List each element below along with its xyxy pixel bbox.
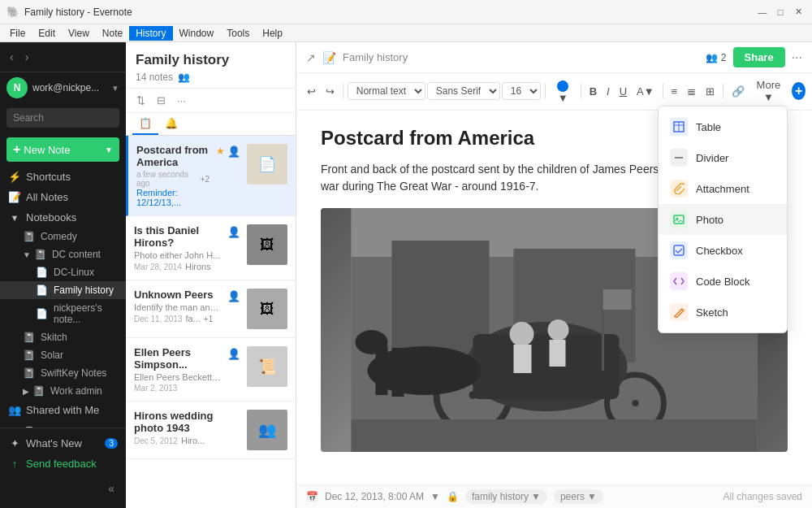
toolbar-sep-3 xyxy=(581,84,581,98)
sidebar-item-solar-label: Solar xyxy=(41,350,63,361)
note-list: Family history 14 notes 👥 ⇅ ⊟ ··· 📋 🔔 Po… xyxy=(126,42,296,508)
italic-button[interactable]: I xyxy=(603,83,614,100)
star-icon: ★ xyxy=(216,145,225,157)
bold-button[interactable]: B xyxy=(585,83,601,100)
note-item-4-content: Ellen Peers Simpson... Ellen Peers Becke… xyxy=(134,346,221,393)
ordered-list-button[interactable]: ≣ xyxy=(683,83,700,100)
footer-lock-icon[interactable]: 🔒 xyxy=(447,491,459,502)
note-items: Postcard from America a few seconds ago … xyxy=(126,136,296,508)
share-button[interactable]: Share xyxy=(733,47,785,67)
note-item-3-preview: Identify the man and girl in this pictur… xyxy=(134,302,221,312)
sidebar-item-shortcuts[interactable]: ⚡ Shortcuts xyxy=(0,167,126,187)
note-item-3-person-icon: 👤 xyxy=(227,290,240,302)
sort-button[interactable]: ⇅ xyxy=(132,92,149,109)
menu-window[interactable]: Window xyxy=(173,26,221,41)
note-item-2[interactable]: Is this Daniel Hirons? Photo either John… xyxy=(126,216,296,280)
sidebar-item-solar[interactable]: 📓 Solar xyxy=(0,346,126,364)
footer-tag-2[interactable]: peers ▼ xyxy=(554,489,603,504)
notebooks-section-header[interactable]: ▼ Notebooks xyxy=(0,207,126,228)
color-picker-button[interactable]: ▼ xyxy=(550,76,577,106)
insert-plus-button[interactable]: + xyxy=(792,82,806,100)
account-row[interactable]: N work@nickpe... ▼ xyxy=(0,72,126,103)
menu-help[interactable]: Help xyxy=(256,26,289,41)
filter-button[interactable]: ⊟ xyxy=(153,92,170,109)
avatar: N xyxy=(6,77,28,98)
sidebar-item-comedy[interactable]: 📓 Comedy xyxy=(0,228,126,245)
note-item-1[interactable]: Postcard from America a few seconds ago … xyxy=(126,136,296,216)
sidebar-nav-top: ‹ › xyxy=(0,42,126,72)
sidebar-item-family-history[interactable]: 📄 Family history xyxy=(0,281,126,299)
note-item-3[interactable]: Unknown Peers Identify the man and girl … xyxy=(126,280,296,338)
minimize-button[interactable]: — xyxy=(755,5,770,20)
underline-button[interactable]: U xyxy=(615,83,631,100)
main-layout: ‹ › N work@nickpe... ▼ + New Note ▼ ⚡ Sh… xyxy=(0,42,812,508)
dropdown-item-checkbox[interactable]: Checkbox xyxy=(659,235,787,266)
footer-tag-1[interactable]: family history ▼ xyxy=(465,489,547,504)
editor-more-button[interactable]: ··· xyxy=(792,50,802,65)
sidebar-item-whats-new[interactable]: ✦ What's New 3 xyxy=(0,433,126,454)
sidebar-item-shared[interactable]: 👥 Shared with Me xyxy=(0,400,126,420)
sidebar-item-skitch[interactable]: 📓 Skitch xyxy=(0,328,126,346)
svg-rect-28 xyxy=(674,245,684,255)
svg-point-8 xyxy=(633,400,639,406)
menu-file[interactable]: File xyxy=(3,26,32,41)
tab-notes[interactable]: 📋 xyxy=(132,113,158,135)
more-options-button[interactable]: ··· xyxy=(173,92,190,109)
redo-button[interactable]: ↪ xyxy=(322,83,339,100)
forward-arrow[interactable]: › xyxy=(22,49,32,65)
sidebar-item-send-feedback[interactable]: ↑ Send feedback xyxy=(0,454,126,474)
sidebar-item-all-notes[interactable]: 📝 All Notes xyxy=(0,187,126,207)
menu-edit[interactable]: Edit xyxy=(32,26,62,41)
search-input[interactable] xyxy=(6,108,119,128)
font-size-dropdown[interactable]: 16 xyxy=(502,82,541,100)
sidebar-item-nickpeers[interactable]: 📄 nickpeers's note... xyxy=(0,299,126,328)
sidebar-item-work-admin[interactable]: ▶ 📓 Work admin xyxy=(0,382,126,400)
unordered-list-button[interactable]: ≡ xyxy=(667,83,681,100)
highlight-button[interactable]: A▼ xyxy=(633,83,659,100)
svg-rect-20 xyxy=(603,289,632,310)
dropdown-item-divider[interactable]: Divider xyxy=(659,142,787,173)
dropdown-item-sketch-label: Sketch xyxy=(696,306,728,319)
notebooks-expand-icon: ▼ xyxy=(8,213,21,223)
font-dropdown[interactable]: Sans Serif xyxy=(427,82,500,100)
note-item-4[interactable]: Ellen Peers Simpson... Ellen Peers Becke… xyxy=(126,338,296,402)
all-notes-icon: 📝 xyxy=(8,191,21,203)
menu-view[interactable]: View xyxy=(62,26,96,41)
maximize-button[interactable]: □ xyxy=(773,5,788,20)
undo-button[interactable]: ↩ xyxy=(303,83,320,100)
sidebar-item-tags[interactable]: 🏷 Tags xyxy=(0,420,126,428)
menu-tools[interactable]: Tools xyxy=(220,26,256,41)
footer-tag-1-label: family history xyxy=(472,491,529,502)
dropdown-item-divider-label: Divider xyxy=(696,152,728,164)
footer-date[interactable]: Dec 12, 2013, 8:00 AM xyxy=(325,491,424,502)
link-button[interactable]: 🔗 xyxy=(728,83,749,100)
code-block-icon xyxy=(670,272,688,290)
editor-note-icon: 📝 xyxy=(322,51,336,64)
note-item-5[interactable]: Hirons wedding photo 1943 Dec 5, 2012 Hi… xyxy=(126,402,296,459)
dropdown-item-photo[interactable]: Photo xyxy=(659,204,787,235)
collapse-sidebar-button[interactable]: « xyxy=(103,480,119,497)
dropdown-item-table[interactable]: Table xyxy=(659,111,787,142)
dropdown-item-code-block[interactable]: Code Block xyxy=(659,266,787,297)
new-note-button[interactable]: + New Note ▼ xyxy=(6,137,119,162)
sidebar-item-swiftkey[interactable]: 📓 SwiftKey Notes xyxy=(0,364,126,382)
menu-history[interactable]: History xyxy=(129,26,172,41)
sidebar-item-work-admin-label: Work admin xyxy=(50,385,102,397)
dropdown-item-attachment[interactable]: Attachment xyxy=(659,173,787,204)
menu-note[interactable]: Note xyxy=(96,26,129,41)
close-button[interactable]: ✕ xyxy=(791,5,806,20)
shortcuts-icon: ⚡ xyxy=(8,171,21,183)
note-item-1-tags: +2 xyxy=(201,175,209,184)
back-arrow[interactable]: ‹ xyxy=(6,49,17,65)
note-item-3-content: Unknown Peers Identify the man and girl … xyxy=(134,289,221,329)
svg-rect-12 xyxy=(376,346,388,395)
sidebar-item-dc-linux[interactable]: 📄 DC-Linux xyxy=(0,263,126,281)
indent-button[interactable]: ⊞ xyxy=(702,83,719,100)
tab-reminders[interactable]: 🔔 xyxy=(158,113,184,135)
note-item-5-thumb: 👥 xyxy=(247,410,287,450)
sidebar-item-dc-content[interactable]: ▼ 📓 DC content xyxy=(0,245,126,263)
solar-icon: 📓 xyxy=(23,350,36,361)
dropdown-item-sketch[interactable]: Sketch xyxy=(659,297,787,328)
more-toolbar-button[interactable]: More ▼ xyxy=(750,76,787,106)
text-style-dropdown[interactable]: Normal text xyxy=(348,82,425,100)
